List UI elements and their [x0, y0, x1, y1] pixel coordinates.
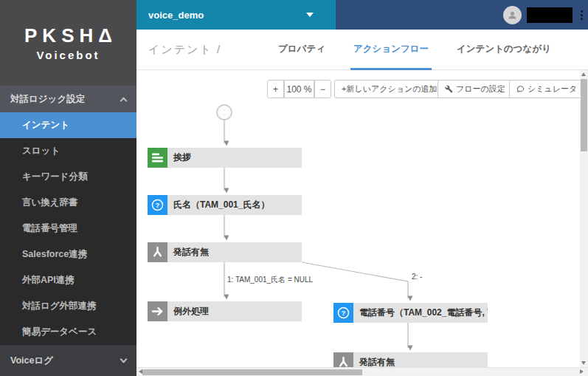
logo-text: PKSHΔ — [19, 24, 117, 47]
flow-settings-button[interactable]: フローの設定 — [437, 80, 513, 98]
project-dropdown[interactable]: voice_demo — [136, 0, 336, 30]
zoom-level: 100 % — [284, 80, 314, 98]
add-action-label: +新しいアクションの追加 — [342, 83, 437, 95]
wrench-icon — [445, 85, 453, 93]
flow-node-phone-number-question[interactable]: ? 電話番号（TAM_002_電話番号, TA... — [333, 303, 488, 323]
chevron-down-icon — [120, 356, 128, 363]
sidebar-section-label: Voiceログ — [10, 355, 53, 367]
zoom-out-button[interactable]: − — [314, 80, 331, 98]
sidebar-item-keyword-classification[interactable]: キーワード分類 — [0, 164, 136, 190]
avatar[interactable] — [503, 6, 522, 24]
flow-node-speech-branch[interactable]: 発話有無 — [148, 242, 302, 262]
sidebar-section-label: 対話ロジック設定 — [10, 93, 85, 106]
zoom-control: + 100 % − — [267, 80, 331, 98]
text-lines-icon — [148, 148, 167, 168]
flow-node-label: 発話有無 — [167, 246, 209, 259]
question-icon: ? — [333, 303, 353, 323]
sidebar-item-label: スロット — [22, 145, 60, 157]
flow-node-label: 発話有無 — [353, 356, 395, 367]
sidebar-item-slot[interactable]: スロット — [0, 138, 136, 164]
flow-canvas[interactable]: + 100 % − +新しいアクションの追加 フローの設定 シミュレータ 挨拶 — [136, 70, 580, 367]
page-header: インテント / プロパティ アクションフロー インテントのつながり — [136, 30, 588, 70]
question-icon: ? — [148, 195, 167, 215]
sidebar: PKSHΔ Voicebot 対話ロジック設定 インテント スロット キーワード… — [0, 0, 136, 376]
sidebar-item-dialog-log-external-integration[interactable]: 対話ログ外部連携 — [0, 293, 136, 319]
sidebar-item-intent[interactable]: インテント — [0, 112, 136, 138]
breadcrumb: インテント / — [148, 30, 221, 70]
logo: PKSHΔ Voicebot — [0, 0, 136, 86]
tab-properties[interactable]: プロパティ — [275, 30, 328, 70]
sidebar-item-paraphrase-dictionary[interactable]: 言い換え辞書 — [0, 190, 136, 216]
sidebar-item-label: 対話ログ外部連携 — [22, 300, 97, 312]
zoom-in-button[interactable]: + — [267, 80, 284, 98]
flow-node-greeting[interactable]: 挨拶 — [148, 148, 302, 168]
branch-icon — [333, 352, 353, 367]
tab-bar: プロパティ アクションフロー インテントのつながり — [275, 30, 554, 70]
tab-action-flow[interactable]: アクションフロー — [350, 30, 432, 70]
kebab-menu-icon[interactable] — [578, 7, 585, 23]
svg-text:?: ? — [156, 201, 160, 209]
flow-node-label: 氏名（TAM_001_氏名） — [167, 199, 269, 211]
scroll-down-arrow-icon[interactable] — [581, 361, 586, 365]
sidebar-section-voice-log[interactable]: Voiceログ — [0, 345, 136, 376]
sidebar-item-label: 外部API連携 — [22, 274, 75, 287]
dropdown-caret-icon — [306, 13, 314, 17]
sidebar-item-external-api-integration[interactable]: 外部API連携 — [0, 267, 136, 293]
edge-condition-label: 1: TAM_001_氏名 = NULL — [227, 275, 313, 285]
sidebar-item-label: 電話番号管理 — [22, 222, 77, 235]
flow-node-label: 例外処理 — [167, 305, 209, 318]
user-area — [503, 0, 585, 30]
flow-node-speech-branch-2[interactable]: 発話有無 — [333, 352, 488, 367]
add-action-button[interactable]: +新しいアクションの追加 — [334, 80, 445, 98]
sidebar-section-dialog-logic-settings[interactable]: 対話ロジック設定 — [0, 86, 136, 112]
simulator-label: シミュレータ — [528, 83, 577, 95]
flow-node-exception-handling[interactable]: 例外処理 — [148, 301, 302, 321]
scroll-right-arrow-icon[interactable] — [580, 369, 584, 374]
horizontal-scrollbar[interactable] — [136, 367, 588, 376]
sidebar-item-label: Salesforce連携 — [22, 248, 87, 261]
scroll-up-arrow-icon[interactable] — [581, 72, 586, 76]
sidebar-item-label: インテント — [22, 119, 69, 131]
logo-subtext: Voicebot — [36, 49, 100, 61]
branch-icon — [148, 242, 167, 262]
flow-start-node[interactable] — [217, 105, 232, 120]
flow-node-name-question[interactable]: ? 氏名（TAM_001_氏名） — [148, 195, 302, 215]
vertical-scrollbar-thumb[interactable] — [581, 79, 587, 151]
project-name: voice_demo — [148, 10, 306, 21]
speech-bubble-icon — [516, 85, 525, 93]
svg-text:?: ? — [342, 309, 346, 317]
sidebar-item-label: キーワード分類 — [22, 171, 87, 183]
topbar: voice_demo — [136, 0, 588, 30]
sidebar-item-label: 言い換え辞書 — [22, 196, 78, 209]
simulator-button[interactable]: シミュレータ — [509, 80, 580, 98]
flow-node-label: 挨拶 — [167, 151, 191, 164]
person-icon — [507, 10, 518, 21]
chevron-up-icon — [120, 97, 128, 104]
sidebar-item-phone-number-management[interactable]: 電話番号管理 — [0, 216, 136, 242]
sidebar-item-label: 簡易データベース — [22, 326, 97, 338]
edge-condition-label: 2: - — [412, 273, 422, 281]
username-redacted — [527, 7, 573, 23]
sidebar-item-salesforce-integration[interactable]: Salesforce連携 — [0, 242, 136, 267]
tab-intent-connections[interactable]: インテントのつながり — [454, 30, 554, 70]
sidebar-item-simple-database[interactable]: 簡易データベース — [0, 319, 136, 345]
flow-settings-label: フローの設定 — [456, 83, 505, 95]
vertical-scrollbar[interactable] — [580, 70, 588, 367]
horizontal-scrollbar-thumb[interactable] — [142, 369, 362, 375]
arrow-right-icon — [148, 301, 167, 321]
canvas-toolbar: + 100 % − +新しいアクションの追加 フローの設定 シミュレータ — [136, 80, 580, 98]
flow-node-label: 電話番号（TAM_002_電話番号, TA... — [353, 307, 488, 319]
